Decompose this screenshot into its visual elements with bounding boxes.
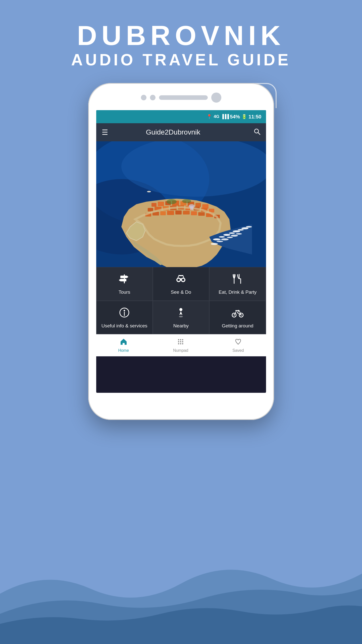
menu-item-eat-drink[interactable]: Eat, Drink & Party: [209, 267, 266, 301]
info-circle-icon: [119, 307, 130, 320]
phone-dot-1: [141, 95, 146, 100]
svg-rect-53: [120, 276, 127, 278]
menu-item-useful-info[interactable]: Useful info & services: [96, 301, 153, 334]
phone-device: 📍 4G ▐▐▐ 54% 🔋 11:50 ☰ Guide2Dubrovnik: [88, 83, 274, 420]
svg-point-77: [182, 339, 183, 340]
person-pin-icon: [175, 307, 186, 320]
svg-point-69: [179, 316, 183, 317]
svg-point-39: [241, 227, 248, 229]
svg-rect-55: [120, 279, 126, 281]
nav-saved[interactable]: Saved: [232, 338, 244, 353]
app-header: ☰ Guide2Dubrovnik: [96, 123, 266, 141]
svg-rect-26: [167, 211, 174, 215]
svg-point-48: [167, 199, 177, 204]
svg-line-1: [258, 133, 260, 135]
svg-point-83: [182, 343, 183, 345]
svg-point-82: [180, 343, 181, 345]
nav-numpad-label: Numpad: [173, 348, 188, 353]
home-icon: [120, 338, 127, 347]
svg-point-79: [180, 341, 181, 342]
app-title: Guide2Dubrovnik: [97, 128, 249, 136]
search-button[interactable]: [253, 128, 261, 137]
svg-point-38: [238, 229, 244, 231]
menu-label-getting-around: Getting around: [222, 323, 253, 329]
binoculars-icon: [175, 273, 186, 286]
fork-knife-icon: [232, 273, 243, 286]
heart-icon: [234, 338, 242, 347]
menu-label-see-do: See & Do: [171, 289, 191, 295]
svg-rect-12: [195, 203, 201, 207]
status-icons: 📍 4G ▐▐▐ 54% 🔋 11:50: [206, 114, 261, 120]
status-bar: 📍 4G ▐▐▐ 54% 🔋 11:50: [96, 110, 266, 123]
svg-rect-61: [180, 278, 182, 280]
menu-label-eat-drink: Eat, Drink & Party: [219, 289, 256, 295]
svg-point-59: [177, 279, 180, 281]
svg-rect-6: [151, 203, 157, 207]
page-title-sub: AUDIO TRAVEL GUIDE: [0, 51, 362, 69]
svg-point-41: [211, 243, 218, 245]
menu-item-getting-around[interactable]: Getting around: [209, 301, 266, 334]
phone-shell: 📍 4G ▐▐▐ 54% 🔋 11:50 ☰ Guide2Dubrovnik: [88, 83, 274, 420]
svg-marker-56: [119, 279, 120, 281]
clock: 11:50: [248, 114, 261, 120]
menu-grid: Tours: [96, 267, 266, 334]
nav-saved-label: Saved: [232, 348, 244, 353]
svg-rect-30: [198, 212, 205, 216]
menu-label-tours: Tours: [119, 289, 130, 295]
svg-rect-7: [158, 202, 164, 206]
svg-point-76: [180, 339, 181, 340]
svg-point-78: [178, 341, 179, 342]
hero-image: [96, 141, 266, 267]
network-status: 4G: [214, 114, 219, 119]
menu-item-nearby[interactable]: Nearby: [153, 301, 209, 334]
svg-rect-25: [160, 211, 166, 215]
svg-point-44: [227, 237, 233, 238]
svg-point-36: [229, 232, 235, 234]
numpad-icon: [177, 338, 184, 347]
menu-label-useful-info: Useful info & services: [101, 323, 147, 329]
nav-numpad[interactable]: Numpad: [173, 338, 188, 353]
page-title-main: DUBROVNIK: [0, 20, 362, 51]
svg-rect-28: [183, 211, 190, 214]
svg-point-80: [182, 341, 183, 342]
svg-point-66: [124, 310, 125, 311]
svg-point-42: [217, 241, 223, 242]
phone-dot-2: [150, 95, 156, 100]
svg-rect-62: [179, 275, 183, 276]
svg-point-49: [182, 199, 191, 203]
svg-point-45: [231, 235, 238, 237]
nav-home-label: Home: [118, 348, 129, 353]
menu-item-see-do[interactable]: See & Do: [153, 267, 209, 301]
svg-point-40: [246, 226, 252, 228]
svg-point-81: [178, 343, 179, 345]
location-icon: 📍: [206, 114, 212, 119]
svg-rect-14: [148, 208, 153, 211]
svg-point-34: [219, 236, 225, 238]
menu-item-tours[interactable]: Tours: [96, 267, 153, 301]
svg-marker-54: [127, 276, 128, 278]
svg-point-47: [147, 191, 151, 192]
svg-point-33: [213, 238, 221, 240]
title-area: DUBROVNIK AUDIO TRAVEL GUIDE: [0, 20, 362, 69]
phone-speaker: [159, 95, 208, 100]
nav-home[interactable]: Home: [118, 338, 129, 353]
signal-bars: ▐▐▐: [221, 114, 228, 119]
svg-rect-29: [191, 211, 197, 215]
svg-point-37: [233, 230, 240, 232]
svg-point-75: [178, 339, 179, 340]
phone-screen: 📍 4G ▐▐▐ 54% 🔋 11:50 ☰ Guide2Dubrovnik: [96, 110, 266, 393]
phone-top-hardware: [141, 93, 221, 103]
battery-percent: 54%: [230, 114, 240, 120]
svg-point-35: [223, 234, 230, 236]
signpost-icon: [119, 273, 130, 286]
svg-rect-27: [175, 210, 182, 214]
battery-icon: 🔋: [241, 114, 247, 119]
svg-point-74: [238, 310, 239, 311]
menu-label-nearby: Nearby: [173, 323, 189, 329]
phone-camera: [211, 93, 221, 103]
svg-point-60: [182, 279, 184, 281]
svg-point-68: [179, 308, 182, 311]
bicycle-icon: [232, 307, 244, 320]
bottom-nav: Home: [96, 334, 266, 356]
svg-point-43: [221, 238, 229, 240]
